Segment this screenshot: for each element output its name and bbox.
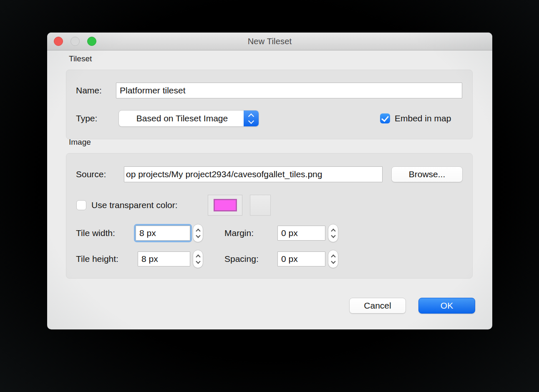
tile-width-input[interactable] [136, 226, 190, 241]
title-bar[interactable]: New Tileset [47, 33, 492, 50]
dropdown-arrows-icon [244, 111, 259, 126]
stepper-down-icon[interactable] [331, 259, 335, 264]
type-dropdown[interactable]: Based on Tileset Image [118, 110, 259, 127]
color-picker-button[interactable] [250, 195, 271, 216]
zoom-button[interactable] [87, 37, 96, 46]
transparent-color-swatch-button[interactable] [208, 195, 242, 216]
margin-label: Margin: [224, 227, 254, 239]
spacing-label: Spacing: [224, 253, 259, 265]
tile-height-stepper[interactable] [193, 250, 203, 268]
browse-button-label: Browse... [409, 169, 446, 179]
color-swatch [214, 199, 237, 211]
use-transparent-color-checkbox[interactable] [76, 200, 86, 210]
source-label: Source: [76, 168, 106, 180]
source-input[interactable] [124, 166, 383, 182]
tileset-group-label: Tileset [69, 54, 92, 63]
window-controls [54, 33, 96, 50]
window-title: New Tileset [248, 37, 292, 46]
new-tileset-dialog: New Tileset Tileset Name: Type: Based on… [47, 33, 492, 329]
browse-button[interactable]: Browse... [391, 166, 463, 182]
cancel-button-label: Cancel [364, 301, 391, 311]
name-input[interactable] [116, 83, 462, 98]
type-label: Type: [76, 113, 97, 124]
tile-width-stepper[interactable] [193, 224, 203, 242]
cancel-button[interactable]: Cancel [349, 298, 406, 314]
checkmark-icon [381, 114, 389, 122]
ok-button[interactable]: OK [418, 298, 475, 314]
use-transparent-color-label: Use transparent color: [91, 199, 178, 211]
spacing-input[interactable] [277, 251, 325, 266]
stepper-up-icon[interactable] [331, 229, 335, 233]
type-dropdown-value: Based on Tileset Image [119, 113, 244, 123]
spacing-stepper[interactable] [328, 250, 338, 268]
name-label: Name: [76, 85, 102, 96]
embed-in-map-label: Embed in map [395, 113, 451, 124]
tile-width-focus-ring [134, 224, 192, 242]
stepper-up-icon[interactable] [196, 254, 200, 259]
embed-in-map-checkbox[interactable] [380, 113, 390, 123]
close-button[interactable] [54, 37, 63, 46]
stepper-down-icon[interactable] [331, 233, 335, 238]
minimize-button [71, 37, 80, 46]
ok-button-label: OK [441, 301, 453, 311]
tileset-group-box [66, 70, 473, 139]
stepper-up-icon[interactable] [196, 229, 200, 233]
stepper-down-icon[interactable] [196, 259, 200, 264]
tile-height-label: Tile height: [76, 253, 118, 265]
stepper-up-icon[interactable] [331, 254, 335, 259]
margin-stepper[interactable] [328, 224, 338, 242]
tile-height-input[interactable] [138, 251, 190, 266]
tile-width-label: Tile width: [76, 227, 115, 239]
margin-input[interactable] [277, 226, 325, 241]
image-group-label: Image [69, 138, 91, 147]
stepper-down-icon[interactable] [196, 233, 200, 238]
